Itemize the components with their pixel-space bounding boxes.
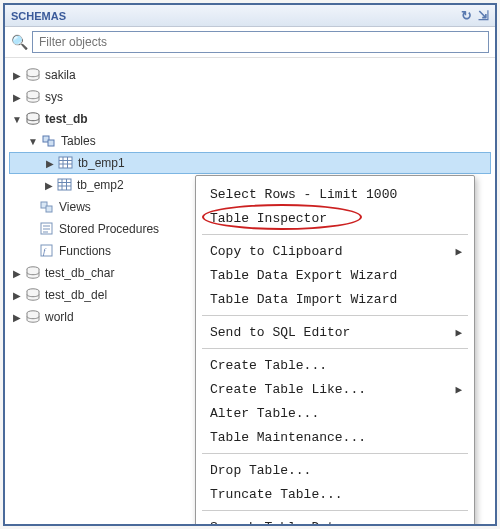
menu-separator [202, 453, 468, 454]
tree-node-sys[interactable]: ▶ sys [9, 86, 491, 108]
tree-label: Views [59, 200, 91, 214]
collapse-arrow-icon[interactable]: ▶ [11, 289, 23, 301]
tree-label: test_db_char [45, 266, 114, 280]
database-icon [25, 89, 41, 105]
tree-label: Tables [61, 134, 96, 148]
svg-rect-4 [48, 140, 54, 146]
refresh-icon[interactable]: ↻ [461, 8, 472, 23]
expand-arrow-icon[interactable]: ▼ [27, 135, 39, 147]
menu-select-rows[interactable]: Select Rows - Limit 1000 [196, 182, 474, 206]
menu-search-table-data[interactable]: Search Table Data... [196, 515, 474, 526]
filter-input[interactable] [32, 31, 489, 53]
menu-create-table[interactable]: Create Table... [196, 353, 474, 377]
svg-rect-5 [59, 157, 72, 168]
menu-separator [202, 348, 468, 349]
panel-header: SCHEMAS ↻ ⇲ [5, 5, 495, 27]
header-toolbar: ↻ ⇲ [461, 8, 489, 23]
stored-procedures-icon [39, 221, 55, 237]
collapse-arrow-icon[interactable]: ▶ [11, 69, 23, 81]
menu-label: Search Table Data... [210, 520, 366, 527]
tree-label: test_db_del [45, 288, 107, 302]
tree-label: world [45, 310, 74, 324]
panel-title: SCHEMAS [11, 10, 461, 22]
menu-label: Copy to Clipboard [210, 244, 343, 259]
menu-label: Table Inspector [210, 211, 327, 226]
svg-rect-10 [58, 179, 71, 190]
tree-label: Functions [59, 244, 111, 258]
database-icon [25, 309, 41, 325]
tree-node-test-db[interactable]: ▼ test_db [9, 108, 491, 130]
tree-label: sakila [45, 68, 76, 82]
submenu-arrow-icon: ▶ [455, 326, 462, 339]
collapse-arrow-icon[interactable]: ▶ [44, 157, 56, 169]
collapse-arrow-icon[interactable]: ▶ [11, 311, 23, 323]
table-icon [58, 155, 74, 171]
menu-export-wizard[interactable]: Table Data Export Wizard [196, 263, 474, 287]
collapse-arrow-icon[interactable]: ▶ [11, 91, 23, 103]
menu-table-maintenance[interactable]: Table Maintenance... [196, 425, 474, 449]
menu-label: Create Table... [210, 358, 327, 373]
tree-node-tables[interactable]: ▼ Tables [9, 130, 491, 152]
menu-label: Table Data Import Wizard [210, 292, 397, 307]
menu-truncate-table[interactable]: Truncate Table... [196, 482, 474, 506]
submenu-arrow-icon: ▶ [455, 245, 462, 258]
database-icon [25, 67, 41, 83]
menu-label: Table Data Export Wizard [210, 268, 397, 283]
menu-label: Create Table Like... [210, 382, 366, 397]
collapse-arrow-icon[interactable]: ▶ [11, 267, 23, 279]
menu-separator [202, 234, 468, 235]
tree-label: sys [45, 90, 63, 104]
menu-create-table-like[interactable]: Create Table Like...▶ [196, 377, 474, 401]
database-icon [25, 111, 41, 127]
tree-label: Stored Procedures [59, 222, 159, 236]
table-icon [57, 177, 73, 193]
tree-label: tb_emp1 [78, 156, 125, 170]
expand-icon[interactable]: ⇲ [478, 8, 489, 23]
submenu-arrow-icon: ▶ [455, 383, 462, 396]
table-context-menu: Select Rows - Limit 1000 Table Inspector… [195, 175, 475, 526]
menu-label: Table Maintenance... [210, 430, 366, 445]
expand-arrow-icon[interactable]: ▼ [11, 113, 23, 125]
menu-label: Drop Table... [210, 463, 311, 478]
functions-icon: f [39, 243, 55, 259]
svg-rect-16 [46, 206, 52, 212]
tree-label: tb_emp2 [77, 178, 124, 192]
menu-label: Truncate Table... [210, 487, 343, 502]
menu-drop-table[interactable]: Drop Table... [196, 458, 474, 482]
menu-copy-clipboard[interactable]: Copy to Clipboard▶ [196, 239, 474, 263]
collapse-arrow-icon[interactable]: ▶ [43, 179, 55, 191]
menu-send-sql[interactable]: Send to SQL Editor▶ [196, 320, 474, 344]
menu-label: Alter Table... [210, 406, 319, 421]
tree-node-sakila[interactable]: ▶ sakila [9, 64, 491, 86]
menu-table-inspector[interactable]: Table Inspector [196, 206, 474, 230]
schemas-panel: SCHEMAS ↻ ⇲ 🔍 ▶ sakila ▶ sys ▼ [3, 3, 497, 526]
tree-node-tb-emp1[interactable]: ▶ tb_emp1 [9, 152, 491, 174]
menu-label: Select Rows - Limit 1000 [210, 187, 397, 202]
database-icon [25, 287, 41, 303]
database-icon [25, 265, 41, 281]
filter-row: 🔍 [5, 27, 495, 58]
tree-label: test_db [45, 112, 88, 126]
menu-alter-table[interactable]: Alter Table... [196, 401, 474, 425]
menu-separator [202, 510, 468, 511]
menu-separator [202, 315, 468, 316]
tables-folder-icon [41, 133, 57, 149]
menu-import-wizard[interactable]: Table Data Import Wizard [196, 287, 474, 311]
views-icon [39, 199, 55, 215]
menu-label: Send to SQL Editor [210, 325, 350, 340]
search-icon: 🔍 [11, 34, 28, 50]
